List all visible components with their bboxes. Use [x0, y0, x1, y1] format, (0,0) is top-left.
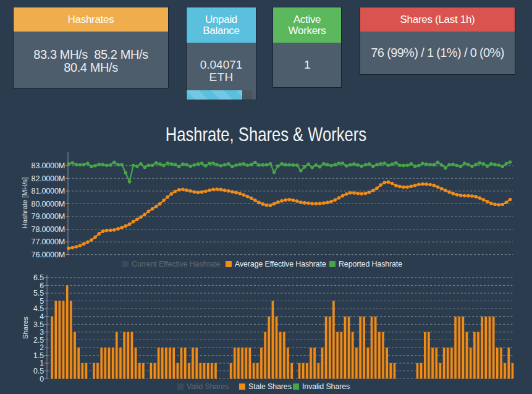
- svg-text:Hashrate [MH/s]: Hashrate [MH/s]: [21, 177, 28, 228]
- svg-text:Valid Shares: Valid Shares: [187, 382, 229, 391]
- svg-text:Reported Hashrate: Reported Hashrate: [339, 260, 402, 268]
- svg-text:76.0000M: 76.0000M: [32, 251, 65, 259]
- svg-text:Shares: Shares: [22, 317, 29, 340]
- svg-text:77.0000M: 77.0000M: [32, 238, 65, 246]
- svg-text:5.5: 5.5: [33, 289, 44, 298]
- svg-text:80.0000M: 80.0000M: [32, 200, 65, 208]
- svg-text:1.5: 1.5: [33, 351, 44, 360]
- svg-text:2: 2: [40, 343, 44, 352]
- svg-text:78.0000M: 78.0000M: [32, 225, 65, 234]
- svg-text:3: 3: [40, 328, 44, 336]
- svg-text:6.5: 6.5: [33, 273, 44, 282]
- svg-text:82.0000M: 82.0000M: [32, 174, 65, 183]
- svg-text:0.5: 0.5: [33, 367, 44, 375]
- svg-text:83.0000M: 83.0000M: [32, 161, 65, 170]
- svg-text:2.5: 2.5: [33, 336, 44, 345]
- svg-text:6: 6: [40, 281, 44, 290]
- svg-text:4.5: 4.5: [33, 304, 44, 313]
- svg-text:0: 0: [40, 375, 44, 383]
- svg-text:Invalid Shares: Invalid Shares: [302, 382, 350, 391]
- svg-text:Average Effective Hashrate: Average Effective Hashrate: [235, 260, 326, 268]
- svg-text:4: 4: [40, 312, 44, 321]
- svg-text:79.0000M: 79.0000M: [32, 212, 65, 221]
- svg-text:3.5: 3.5: [33, 320, 44, 329]
- svg-text:5: 5: [40, 297, 44, 306]
- svg-text:1: 1: [40, 359, 44, 367]
- svg-text:Stale Shares: Stale Shares: [248, 382, 292, 391]
- svg-text:81.0000M: 81.0000M: [32, 187, 65, 195]
- svg-text:Current Effective Hashrate: Current Effective Hashrate: [132, 260, 220, 268]
